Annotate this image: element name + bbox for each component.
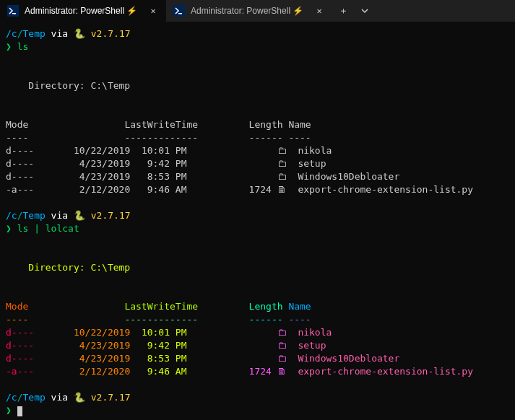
table-row: d---- 4/23/2019 8:53 PM 🗀 Windows10Deblo… bbox=[6, 171, 399, 182]
prompt-arrow: ❯ bbox=[6, 41, 17, 52]
col-mode: Mode bbox=[6, 119, 28, 130]
tab-title: Administrator: PowerShell ⚡ bbox=[25, 6, 142, 16]
folder-icon: 🗀 bbox=[277, 327, 287, 338]
file-icon: 🗎 bbox=[277, 366, 287, 377]
powershell-icon bbox=[173, 5, 185, 17]
folder-icon: 🗀 bbox=[277, 353, 287, 364]
col-name: Name bbox=[288, 119, 311, 130]
col-lwt: LastWriteTime bbox=[124, 119, 198, 130]
table-row: d---- 4/23/2019 9:42 PM 🗀 setup bbox=[6, 158, 326, 169]
directory-header: Directory: C:\Temp bbox=[6, 80, 130, 91]
col-len: Length bbox=[249, 119, 283, 130]
terminal-output[interactable]: /c/Temp via 🐍 v2.7.17 ❯ ls Directory: C:… bbox=[0, 22, 515, 420]
col-len: Length bbox=[249, 301, 283, 312]
tab-2[interactable]: Administrator: PowerShell ⚡ ✕ bbox=[166, 0, 332, 22]
cursor bbox=[17, 406, 22, 416]
folder-icon: 🗀 bbox=[277, 340, 287, 351]
tab-1[interactable]: Administrator: PowerShell ⚡ ✕ bbox=[0, 0, 166, 22]
table-row: -a--- 2/12/2020 9:46 AM 1724 🗎 export-ch… bbox=[6, 184, 473, 195]
prompt-path: Temp bbox=[22, 28, 45, 39]
prompt-via: via bbox=[46, 28, 74, 39]
folder-icon: 🗀 bbox=[277, 158, 287, 169]
command-lolcat: lolcat bbox=[46, 223, 79, 234]
powershell-icon bbox=[7, 5, 19, 17]
python-icon: 🐍 bbox=[74, 28, 85, 39]
tab-title: Administrator: PowerShell ⚡ bbox=[191, 6, 308, 16]
file-icon: 🗎 bbox=[277, 184, 287, 195]
table-row: d---- 10/22/2019 10:01 PM 🗀 nikola bbox=[6, 145, 332, 156]
command-ls: ls bbox=[17, 223, 29, 234]
svg-rect-1 bbox=[12, 13, 16, 14]
col-name: Name bbox=[288, 301, 311, 312]
table-row: -a--- 2/12/2020 9:46 AM 1724 🗎 export-ch… bbox=[6, 366, 473, 377]
titlebar: Administrator: PowerShell ⚡ ✕ Administra… bbox=[0, 0, 515, 22]
python-version: v2.7.17 bbox=[85, 28, 131, 39]
col-lwt: LastWriteTime bbox=[124, 301, 198, 312]
table-row: d---- 4/23/2019 9:42 PM 🗀 setup bbox=[6, 340, 326, 351]
directory-header: Directory: C:\Temp bbox=[6, 262, 130, 273]
prompt-line: /c/Temp via 🐍 v2.7.17 bbox=[6, 28, 131, 39]
python-icon: 🐍 bbox=[74, 210, 85, 221]
prompt-path: /c bbox=[6, 28, 17, 39]
prompt-line: /c/Temp via 🐍 v2.7.17 bbox=[6, 392, 131, 403]
command-ls: ls bbox=[17, 41, 29, 52]
prompt-line: /c/Temp via 🐍 v2.7.17 bbox=[6, 210, 131, 221]
table-row: d---- 4/23/2019 8:53 PM 🗀 Windows10Deblo… bbox=[6, 353, 399, 364]
svg-rect-3 bbox=[178, 13, 182, 14]
table-row: d---- 10/22/2019 10:01 PM 🗀 nikola bbox=[6, 327, 332, 338]
dropdown-button[interactable] bbox=[354, 0, 376, 22]
new-tab-button[interactable]: ＋ bbox=[332, 0, 354, 22]
close-icon[interactable]: ✕ bbox=[313, 5, 325, 17]
folder-icon: 🗀 bbox=[277, 145, 287, 156]
python-icon: 🐍 bbox=[74, 392, 85, 403]
close-icon[interactable]: ✕ bbox=[147, 5, 159, 17]
col-mode: Mode bbox=[6, 301, 28, 312]
folder-icon: 🗀 bbox=[277, 171, 287, 182]
